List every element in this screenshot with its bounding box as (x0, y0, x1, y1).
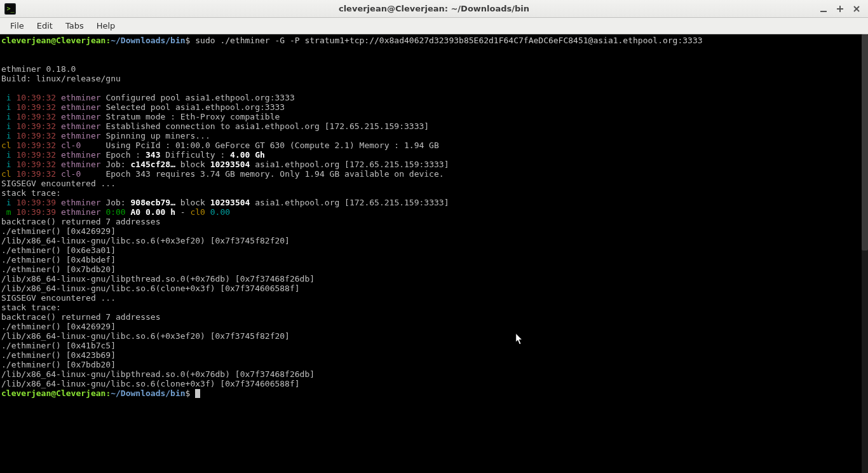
svg-text:>_: >_ (6, 5, 15, 13)
window-controls (818, 4, 868, 14)
window-titlebar: >_ cleverjean@Cleverjean: ~/Downloads/bi… (0, 0, 868, 18)
menu-tabs[interactable]: Tabs (59, 18, 90, 33)
scrollbar-thumb[interactable] (862, 34, 868, 250)
window-title: cleverjean@Cleverjean: ~/Downloads/bin (0, 4, 868, 13)
menu-file[interactable]: File (4, 18, 31, 33)
terminal-cursor (195, 389, 200, 398)
maximize-button[interactable] (835, 4, 845, 14)
menu-edit[interactable]: Edit (31, 18, 59, 33)
terminal-icon: >_ (4, 3, 17, 15)
scrollbar[interactable] (862, 34, 868, 473)
menu-help[interactable]: Help (90, 18, 122, 33)
terminal-output[interactable]: cleverjean@Cleverjean:~/Downloads/bin$ s… (0, 34, 868, 473)
svg-rect-3 (820, 11, 827, 12)
menu-bar: File Edit Tabs Help (0, 18, 868, 34)
close-button[interactable] (851, 4, 862, 14)
minimize-button[interactable] (818, 4, 829, 14)
